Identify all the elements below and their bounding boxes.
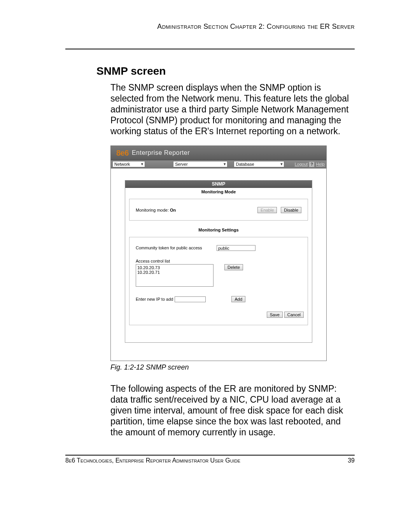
new-ip-label: Enter new IP to add xyxy=(136,297,173,301)
logo-text: Enterprise Reporter xyxy=(132,149,190,156)
disable-button[interactable]: Disable xyxy=(281,207,301,213)
app-menubar: Network ▼ Server ▼ Database ▼ Logout ? xyxy=(111,160,326,168)
footer-page-number: 39 xyxy=(348,457,355,464)
help-icon[interactable]: ? xyxy=(309,161,315,167)
menu-server-label: Server xyxy=(175,162,187,166)
intro-paragraph: The SNMP screen displays when the SNMP o… xyxy=(65,82,355,137)
menu-network-label: Network xyxy=(114,162,130,166)
after-paragraph: The following aspects of the ER are moni… xyxy=(65,383,355,438)
monitoring-settings-section: Community token for public access Access… xyxy=(129,237,308,325)
snmp-screenshot-figure: 8e6 Enterprise Reporter Network ▼ Server… xyxy=(110,145,327,361)
acl-label: Access control list xyxy=(136,259,301,263)
logout-link[interactable]: Logout xyxy=(295,162,308,166)
community-token-input[interactable] xyxy=(217,245,256,251)
monitoring-mode-section: Monitoring mode: On Enable Disable xyxy=(129,199,308,221)
cancel-button[interactable]: Cancel xyxy=(284,312,304,318)
dropdown-arrow-icon: ▼ xyxy=(140,162,144,166)
monitoring-mode-label: Monitoring mode: On xyxy=(136,208,206,212)
page-footer: 8e6 Technologies, Enterprise Reporter Ad… xyxy=(65,455,355,464)
monitoring-mode-label-text: Monitoring mode: xyxy=(136,208,169,212)
help-link[interactable]: Help xyxy=(316,162,325,166)
logo-brand: 8e6 xyxy=(116,149,129,158)
figure-caption: Fig. 1:2-12 SNMP screen xyxy=(65,363,355,372)
enable-button[interactable]: Enable xyxy=(257,207,277,213)
list-item[interactable]: 10.20.20.73 xyxy=(137,265,212,270)
menu-network[interactable]: Network ▼ xyxy=(112,161,145,167)
delete-button[interactable]: Delete xyxy=(224,264,243,270)
list-item[interactable]: 10.20.20.71 xyxy=(137,270,212,275)
section-title: SNMP screen xyxy=(65,65,355,77)
monitoring-mode-heading: Monitoring Mode xyxy=(125,188,312,196)
header-text: Administrator Section Chapter 2: Configu… xyxy=(157,23,355,30)
panel-title: SNMP xyxy=(125,181,312,188)
page-header: Administrator Section Chapter 2: Configu… xyxy=(65,23,355,31)
monitoring-mode-value: On xyxy=(170,208,176,212)
new-ip-input[interactable] xyxy=(175,296,206,302)
dropdown-arrow-icon: ▼ xyxy=(280,162,284,166)
monitoring-settings-heading: Monitoring Settings xyxy=(125,226,312,235)
menu-database[interactable]: Database ▼ xyxy=(234,161,284,167)
footer-left: 8e6 Technologies, Enterprise Reporter Ad… xyxy=(65,457,240,464)
save-button[interactable]: Save xyxy=(267,312,283,318)
add-button[interactable]: Add xyxy=(231,296,245,302)
menu-database-label: Database xyxy=(236,162,254,166)
app-body: SNMP Monitoring Mode Monitoring mode: On… xyxy=(111,168,326,361)
community-token-label: Community token for public access xyxy=(136,245,214,250)
menu-server[interactable]: Server ▼ xyxy=(173,161,228,167)
acl-listbox[interactable]: 10.20.20.73 10.20.20.71 xyxy=(136,264,214,287)
app-titlebar: 8e6 Enterprise Reporter xyxy=(111,146,326,160)
snmp-panel: SNMP Monitoring Mode Monitoring mode: On… xyxy=(125,180,312,343)
dropdown-arrow-icon: ▼ xyxy=(223,162,226,166)
